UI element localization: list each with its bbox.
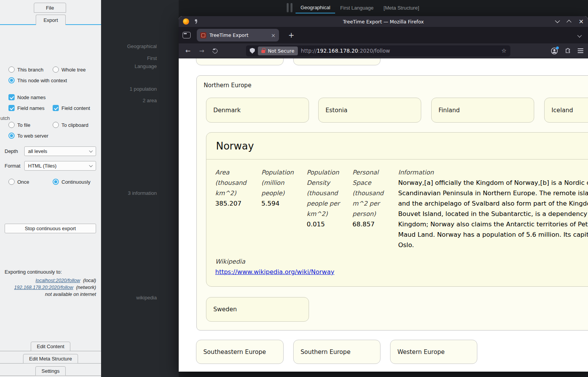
tab-file[interactable]: File xyxy=(34,3,66,13)
depth-select[interactable]: all levels xyxy=(24,146,96,156)
tracking-shield-icon[interactable] xyxy=(250,48,255,54)
radio-to-clipboard[interactable]: To clipboard xyxy=(53,121,88,128)
not-secure-label: Not Secure xyxy=(268,48,294,54)
pin-icon[interactable] xyxy=(194,19,198,24)
tile-southern-europe[interactable]: Southern Europe xyxy=(293,340,380,364)
network-export-link[interactable]: 192.168.178.20:2020/follow xyxy=(14,285,73,290)
edit-meta-structure-button[interactable]: Edit Meta Structure xyxy=(23,354,78,364)
checkbox-node-names[interactable]: Node names xyxy=(8,94,46,101)
tile-southeastern-europe[interactable]: Southeastern Europe xyxy=(196,340,284,364)
edit-meta-label: Edit Meta Structure xyxy=(29,356,72,362)
chevron-down-icon xyxy=(89,163,93,167)
checkbox-label: Field content xyxy=(61,105,90,111)
not-secure-chip[interactable]: Not Secure xyxy=(258,47,298,55)
tile-western-europe[interactable]: Western Europe xyxy=(390,340,477,364)
account-icon[interactable] xyxy=(551,47,558,55)
tab-geographical[interactable]: Geographical xyxy=(296,2,335,13)
chevron-down-icon xyxy=(577,33,581,37)
tile-label: Iceland xyxy=(551,107,573,114)
checkbox-field-content[interactable]: Field content xyxy=(53,105,90,111)
firefox-view-icon[interactable] xyxy=(183,32,191,38)
page-content: Northern Europe Denmark Estonia Finland … xyxy=(179,58,588,371)
tab-first-language[interactable]: First Language xyxy=(335,2,379,13)
partial-tile[interactable] xyxy=(196,58,284,65)
browser-tab-active[interactable]: TreeTime Export × xyxy=(197,29,279,42)
tile-iceland[interactable]: Iceland xyxy=(544,98,588,123)
window-close-icon[interactable]: × xyxy=(579,18,584,25)
url-text[interactable]: http://192.168.178.20:2020/follow xyxy=(301,48,390,54)
radio-icon-checked[interactable] xyxy=(8,77,15,83)
local-link-note: (local) xyxy=(83,278,96,283)
tile-sweden[interactable]: Sweden xyxy=(206,297,309,322)
edit-content-tabline: Edit Content xyxy=(0,342,101,351)
radio-icon-checked[interactable] xyxy=(53,179,59,185)
internet-note: not available on internet xyxy=(0,292,96,297)
info-text-line: Scandinavian Peninsula in Northern Europ… xyxy=(398,188,588,198)
list-all-tabs-icon[interactable] xyxy=(578,34,581,37)
chevron-down-icon xyxy=(89,149,93,153)
tile-denmark[interactable]: Denmark xyxy=(206,98,309,123)
tab-meta-structure[interactable]: [Meta Structure] xyxy=(379,2,424,13)
radio-label: Once xyxy=(17,179,29,185)
checkbox-icon-checked[interactable] xyxy=(8,105,15,111)
tile-estonia[interactable]: Estonia xyxy=(318,98,421,123)
radio-icon[interactable] xyxy=(53,66,59,73)
extensions-icon[interactable] xyxy=(565,47,571,55)
radio-node-with-context[interactable]: This node with context xyxy=(8,77,67,84)
format-select[interactable]: HTML (Tiles) xyxy=(24,161,96,171)
radio-to-file[interactable]: To file xyxy=(8,121,30,128)
radio-continuously[interactable]: Continuously xyxy=(53,178,90,185)
bookmark-star-icon[interactable]: ☆ xyxy=(502,47,507,54)
tile-label: Southern Europe xyxy=(301,349,350,355)
local-export-link[interactable]: localhost:2020/follow xyxy=(35,278,80,283)
tile-label: Western Europe xyxy=(397,349,445,355)
depth-value: all levels xyxy=(28,148,47,154)
radio-once[interactable]: Once xyxy=(8,178,29,185)
field-label-area: 2 area xyxy=(143,96,157,105)
maximize-icon[interactable] xyxy=(566,20,571,25)
radio-icon[interactable] xyxy=(8,66,15,73)
broken-lock-icon xyxy=(261,50,265,53)
checkbox-field-names[interactable]: Field names xyxy=(8,105,45,111)
radio-this-branch[interactable]: This branch xyxy=(8,66,43,73)
minimize-icon[interactable] xyxy=(555,18,560,23)
info-text-line: and the archipelago of Svalbard also for… xyxy=(398,198,588,209)
edit-content-button[interactable]: Edit Content xyxy=(31,342,71,351)
radio-whole-tree[interactable]: Whole tree xyxy=(53,66,86,73)
back-button[interactable]: ← xyxy=(183,47,193,55)
field-label-wikipedia: wikipedia xyxy=(136,294,157,302)
field-value: 385.207 xyxy=(215,198,254,209)
divider xyxy=(206,159,588,159)
tile-finland[interactable]: Finland xyxy=(431,98,534,123)
stop-button-label: Stop continuous export xyxy=(25,226,76,231)
settings-button[interactable]: Settings xyxy=(35,366,66,376)
tile-label: Finland xyxy=(439,107,460,114)
radio-icon-checked[interactable] xyxy=(8,133,15,139)
radio-icon[interactable] xyxy=(8,122,15,128)
tab-scroller[interactable] xyxy=(287,3,292,12)
tab-close-icon[interactable]: × xyxy=(271,33,276,38)
tab-strip: TreeTime Export × + xyxy=(179,27,588,43)
url-scheme: http:// xyxy=(301,48,317,54)
stop-continuous-export-button[interactable]: Stop continuous export xyxy=(5,224,96,233)
field-label-information: 3 information xyxy=(125,189,157,197)
forward-button[interactable]: → xyxy=(197,47,206,55)
tab-export[interactable]: Export xyxy=(36,15,66,25)
reload-icon[interactable] xyxy=(211,47,218,54)
radio-to-web-server[interactable]: To web server xyxy=(8,132,48,139)
radio-icon[interactable] xyxy=(53,122,59,128)
tile-label: Southeastern Europe xyxy=(203,349,266,355)
checkbox-icon-checked[interactable] xyxy=(53,105,59,111)
new-tab-button[interactable]: + xyxy=(288,32,294,39)
menu-hamburger-icon[interactable] xyxy=(578,48,583,53)
checkbox-icon-checked[interactable] xyxy=(8,94,15,100)
wikipedia-link[interactable]: https://www.wikipedia.org/wiki/Norway xyxy=(215,268,334,276)
url-bar[interactable]: Not Secure http://192.168.178.20:2020/fo… xyxy=(246,45,510,56)
tab-scroller-bar[interactable] xyxy=(291,3,292,12)
settings-tabline: Settings xyxy=(0,366,101,376)
radio-icon[interactable] xyxy=(8,179,15,185)
tab-scroller-bar[interactable] xyxy=(287,3,289,12)
partial-tile[interactable] xyxy=(293,58,380,65)
url-path: :2020/follow xyxy=(358,48,390,54)
field-column-area: Area (thousand km^2) 385.207 xyxy=(215,167,254,209)
